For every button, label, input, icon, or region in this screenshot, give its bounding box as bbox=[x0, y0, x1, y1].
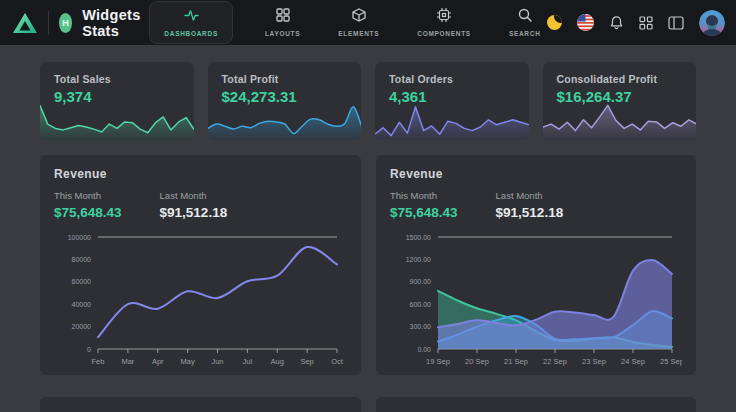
stat-title: Total Sales bbox=[40, 62, 194, 85]
stat-card-total-profit: Total Profit $24,273.31 bbox=[208, 62, 362, 140]
svg-text:22 Sep: 22 Sep bbox=[543, 357, 567, 366]
svg-text:0: 0 bbox=[87, 346, 91, 353]
revenue-title: Revenue bbox=[54, 167, 347, 181]
search-icon bbox=[518, 8, 532, 26]
apps-grid-icon[interactable] bbox=[639, 16, 653, 30]
svg-text:Oct: Oct bbox=[331, 357, 344, 366]
revenue-title: Revenue bbox=[390, 167, 682, 181]
svg-text:Sep: Sep bbox=[300, 357, 313, 366]
svg-text:20 Sep: 20 Sep bbox=[465, 357, 489, 366]
stat-cards-row: Total Sales 9,374 Total Profit $24,273.3… bbox=[40, 62, 696, 140]
total-orders-sparkline bbox=[375, 100, 529, 140]
notifications-bell-icon[interactable] bbox=[609, 15, 624, 30]
this-month-label: This Month bbox=[390, 190, 458, 201]
revenue-cards-row: Revenue This Month $75,648.43 Last Month… bbox=[40, 155, 696, 375]
nav-item-components[interactable]: COMPONENTS bbox=[411, 4, 477, 41]
nav-label: COMPONENTS bbox=[417, 30, 471, 37]
nav-item-layouts[interactable]: LAYOUTS bbox=[259, 4, 306, 41]
svg-text:21 Sep: 21 Sep bbox=[504, 357, 528, 366]
user-avatar[interactable] bbox=[699, 10, 725, 36]
cpu-icon bbox=[437, 8, 451, 26]
brand-initial: H bbox=[62, 18, 69, 28]
last-month-block: Last Month $91,512.18 bbox=[160, 190, 228, 220]
top-navbar: H Widgets Stats DASHBOARDS LAYOUTS bbox=[0, 0, 736, 45]
consolidated-profit-sparkline bbox=[543, 100, 697, 140]
nav-item-elements[interactable]: ELEMENTS bbox=[332, 4, 385, 41]
svg-text:19 Sep: 19 Sep bbox=[426, 357, 450, 366]
layout-grid-icon bbox=[276, 8, 290, 26]
this-month-block: This Month $75,648.43 bbox=[390, 190, 458, 220]
svg-text:20000: 20000 bbox=[72, 323, 92, 330]
app-logo[interactable] bbox=[12, 11, 38, 35]
svg-text:300.00: 300.00 bbox=[410, 323, 432, 330]
svg-text:Feb: Feb bbox=[92, 357, 105, 366]
svg-text:May: May bbox=[181, 357, 195, 366]
svg-text:1500.00: 1500.00 bbox=[406, 234, 431, 241]
last-month-label: Last Month bbox=[160, 190, 228, 201]
revenue-summary: This Month $75,648.43 Last Month $91,512… bbox=[390, 190, 682, 220]
nav-label: LAYOUTS bbox=[265, 30, 300, 37]
revenue-card-daily: Revenue This Month $75,648.43 Last Month… bbox=[376, 155, 696, 375]
svg-text:23 Sep: 23 Sep bbox=[582, 357, 606, 366]
svg-text:100000: 100000 bbox=[68, 234, 91, 241]
bottom-cards-row bbox=[40, 397, 696, 412]
svg-text:24 Sep: 24 Sep bbox=[621, 357, 645, 366]
this-month-value: $75,648.43 bbox=[54, 205, 122, 220]
nav-label: ELEMENTS bbox=[338, 30, 379, 37]
svg-text:25 Sep: 25 Sep bbox=[660, 357, 682, 366]
box-icon bbox=[352, 8, 366, 26]
total-sales-sparkline bbox=[40, 100, 194, 140]
last-month-label: Last Month bbox=[496, 190, 564, 201]
nav-item-search[interactable]: SEARCH bbox=[503, 4, 547, 41]
nav-item-dashboards[interactable]: DASHBOARDS bbox=[149, 1, 233, 44]
this-month-label: This Month bbox=[54, 190, 122, 201]
svg-text:Jul: Jul bbox=[243, 357, 253, 366]
revenue-line-chart: 020000400006000080000100000FebMarAprMayJ… bbox=[54, 227, 347, 373]
bottom-card-left bbox=[40, 397, 361, 412]
svg-text:600.00: 600.00 bbox=[410, 301, 432, 308]
this-month-value: $75,648.43 bbox=[390, 205, 458, 220]
svg-text:Apr: Apr bbox=[152, 357, 164, 366]
stat-title: Consolidated Profit bbox=[543, 62, 697, 85]
svg-text:40000: 40000 bbox=[72, 301, 92, 308]
this-month-block: This Month $75,648.43 bbox=[54, 190, 122, 220]
last-month-block: Last Month $91,512.18 bbox=[496, 190, 564, 220]
stat-title: Total Profit bbox=[208, 62, 362, 85]
last-month-value: $91,512.18 bbox=[160, 205, 228, 220]
activity-icon bbox=[184, 8, 199, 26]
dashboard-app: H Widgets Stats DASHBOARDS LAYOUTS bbox=[0, 0, 736, 412]
svg-text:60000: 60000 bbox=[72, 278, 92, 285]
stat-title: Total Orders bbox=[375, 62, 529, 85]
svg-text:80000: 80000 bbox=[72, 256, 92, 263]
svg-text:Mar: Mar bbox=[121, 357, 134, 366]
language-flag-us-icon[interactable] bbox=[577, 14, 594, 31]
nav-label: DASHBOARDS bbox=[164, 30, 218, 37]
revenue-summary: This Month $75,648.43 Last Month $91,512… bbox=[54, 190, 347, 220]
navbar-actions bbox=[547, 10, 725, 36]
navbar-brand-area: H Widgets Stats bbox=[12, 7, 149, 39]
svg-text:0.00: 0.00 bbox=[417, 346, 431, 353]
brand-avatar: H bbox=[59, 13, 72, 33]
svg-text:900.00: 900.00 bbox=[410, 278, 432, 285]
total-profit-sparkline bbox=[208, 100, 362, 140]
svg-text:Jun: Jun bbox=[211, 357, 223, 366]
page-title: Widgets Stats bbox=[82, 7, 149, 39]
dark-mode-toggle-moon-icon[interactable] bbox=[547, 15, 562, 30]
nav-label: SEARCH bbox=[509, 30, 541, 37]
svg-text:1200.00: 1200.00 bbox=[406, 256, 431, 263]
sidebar-toggle-icon[interactable] bbox=[668, 16, 684, 30]
stat-card-total-orders: Total Orders 4,361 bbox=[375, 62, 529, 140]
bottom-card-right bbox=[376, 397, 697, 412]
revenue-area-chart: 0.00300.00600.00900.001200.001500.0019 S… bbox=[390, 227, 682, 373]
stat-card-consolidated-profit: Consolidated Profit $16,264.37 bbox=[543, 62, 697, 140]
dashboard-content: Total Sales 9,374 Total Profit $24,273.3… bbox=[0, 45, 736, 412]
navbar-divider bbox=[48, 11, 49, 35]
svg-text:Aug: Aug bbox=[271, 357, 284, 366]
main-nav: DASHBOARDS LAYOUTS ELEMENTS COMPONENTS bbox=[149, 1, 546, 44]
stat-card-total-sales: Total Sales 9,374 bbox=[40, 62, 194, 140]
revenue-card-monthly: Revenue This Month $75,648.43 Last Month… bbox=[40, 155, 361, 375]
last-month-value: $91,512.18 bbox=[496, 205, 564, 220]
